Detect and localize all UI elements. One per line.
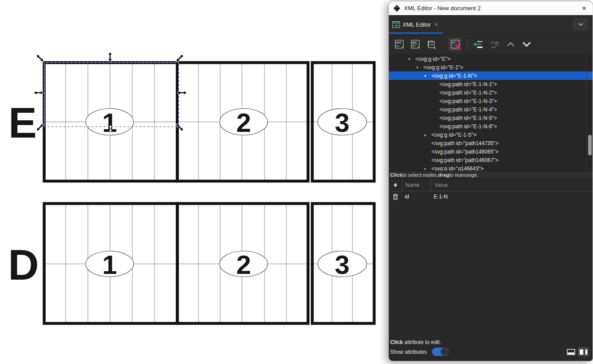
move-node-down-button[interactable] xyxy=(520,38,533,51)
delete-node-button[interactable]: <> xyxy=(448,38,462,51)
attributes-empty-area xyxy=(389,202,593,337)
expander-open-icon[interactable]: ▾ xyxy=(424,74,431,78)
attribute-hint: Click attribute to edit. xyxy=(390,339,589,345)
tab-list-dropdown-button[interactable] xyxy=(573,18,588,31)
tree-node-g-E-1[interactable]: ▾ <svg:g id="E-1"> xyxy=(389,63,593,71)
expander-open-icon[interactable]: ▾ xyxy=(416,65,423,70)
tree-node-path-144735[interactable]: <svg:path id="path144735"> xyxy=(389,139,593,147)
dialog-footer: Click attribute to edit. Show attributes xyxy=(389,337,593,361)
tree-scrollbar[interactable] xyxy=(586,55,593,170)
xml-node-tree: ▾ <svg:g id="E"> ▾ <svg:g id="E-1"> ▾ <s… xyxy=(389,55,593,171)
attribute-value-header: Value xyxy=(431,182,593,188)
inkscape-screen: 1 2 3 1 2 3 E D xyxy=(0,0,593,364)
row-d-cell-2-number: 2 xyxy=(236,250,251,280)
tree-node-g-E-1-N-selected[interactable]: ▾ <svg:g id="E-1-N"> xyxy=(389,71,593,80)
dialog-titlebar[interactable]: XML Editor - New document 2 × xyxy=(389,1,593,15)
selection-handle-n[interactable] xyxy=(108,52,112,62)
toolbar-separator xyxy=(467,39,467,50)
unindent-node-button[interactable] xyxy=(472,38,485,51)
xml-editor-tab-icon: <> xyxy=(392,21,400,28)
new-element-node-icon: xml <> + xyxy=(395,40,403,48)
row-d-cell-1-number: 1 xyxy=(102,250,117,280)
new-element-node-button[interactable]: xml <> + xyxy=(392,38,406,51)
inkscape-logo-icon xyxy=(393,5,400,12)
row-e-labels[interactable]: 1 2 3 xyxy=(86,108,367,138)
expander-closed-icon[interactable]: ▸ xyxy=(424,166,431,171)
tree-node-path-E-1-N-4[interactable]: <svg:path id="E-1-N-4"> xyxy=(389,105,593,114)
expander-closed-icon[interactable]: ▸ xyxy=(424,133,431,137)
attribute-name[interactable]: id xyxy=(402,194,430,200)
tree-node-g-146643[interactable]: ▸ <svg:g id="g146643"> xyxy=(389,164,593,171)
tree-node-path-E-1-N-5[interactable]: <svg:path id="E-1-N-5"> xyxy=(389,114,593,122)
delete-node-icon: <> xyxy=(451,40,459,48)
indent-node-icon xyxy=(490,40,499,48)
tree-node-path-146065[interactable]: <svg:path id="path146065"> xyxy=(389,147,593,156)
delete-attribute-button[interactable] xyxy=(389,194,402,200)
row-d-cell-3-number: 3 xyxy=(335,250,349,280)
tree-node-path-146067[interactable]: <svg:path id="path146067"> xyxy=(389,156,593,164)
chevron-down-icon xyxy=(522,42,531,47)
layout-rows-icon xyxy=(567,349,575,355)
dialog-tabbar: <> XML Editor × xyxy=(389,15,593,34)
attribute-row-id[interactable]: id E-1-N xyxy=(389,191,593,202)
new-text-node-button[interactable]: abc <> + xyxy=(408,38,422,51)
row-d-labels[interactable]: 1 2 3 xyxy=(86,250,367,280)
tab-xml-editor[interactable]: <> XML Editor × xyxy=(389,15,443,34)
tree-node-g-E[interactable]: ▾ <svg:g id="E"> xyxy=(389,55,593,63)
tree-scrollbar-thumb[interactable] xyxy=(588,135,592,155)
unindent-node-icon xyxy=(474,40,483,48)
tree-node-path-E-1-N-3[interactable]: <svg:path id="E-1-N-3"> xyxy=(389,97,593,105)
xml-editor-dialog: XML Editor - New document 2 × <> XML Edi… xyxy=(389,1,593,361)
tree-node-path-E-1-N-2[interactable]: <svg:path id="E-1-N-2"> xyxy=(389,88,593,97)
tree-node-g-E-1-S[interactable]: ▸ <svg:g id="E-1-S"> xyxy=(389,131,593,139)
toggle-knob xyxy=(440,348,449,356)
duplicate-node-icon: <> + xyxy=(426,40,436,49)
drawing-canvas[interactable]: 1 2 3 1 2 3 E D xyxy=(0,0,389,364)
layout-vertical-button[interactable] xyxy=(578,347,589,356)
new-text-node-icon: abc <> + xyxy=(411,40,419,48)
close-window-button[interactable]: × xyxy=(581,4,587,12)
attribute-name-header: Name xyxy=(403,179,431,191)
row-d-letter[interactable]: D xyxy=(8,241,39,289)
tree-node-path-E-1-N-6[interactable]: <svg:path id="E-1-N-6"> xyxy=(389,122,593,131)
row-e-cell-1-number: 1 xyxy=(102,108,117,138)
add-attribute-button[interactable]: + xyxy=(389,179,403,191)
duplicate-node-button[interactable]: <> + xyxy=(424,38,438,51)
chevron-up-icon xyxy=(507,42,514,47)
attribute-value[interactable]: E-1-N xyxy=(430,194,593,200)
selection-handle-nw[interactable] xyxy=(35,53,45,63)
tab-label: XML Editor xyxy=(403,21,431,28)
tree-hint-bar: Click to select nodes, drag to rearrange… xyxy=(389,171,593,179)
layout-columns-icon xyxy=(579,349,588,355)
show-attributes-toggle[interactable] xyxy=(431,347,449,356)
indent-node-button[interactable] xyxy=(488,38,501,51)
row-e-cell-3-number: 3 xyxy=(335,108,349,138)
move-node-up-button[interactable] xyxy=(504,38,517,51)
selection-handle-w[interactable] xyxy=(34,91,43,95)
tree-node-path-E-1-N-1[interactable]: <svg:path id="E-1-N-1"> xyxy=(389,80,593,88)
show-attributes-label: Show attributes xyxy=(390,349,427,355)
attributes-header: + Name Value xyxy=(389,179,593,191)
tab-close-icon[interactable]: × xyxy=(435,21,438,28)
chevron-down-icon xyxy=(578,23,584,26)
row-e-cell-2-number: 2 xyxy=(236,108,251,138)
row-e-letter[interactable]: E xyxy=(8,99,37,146)
trash-icon xyxy=(393,194,398,200)
expander-open-icon[interactable]: ▾ xyxy=(408,57,415,61)
xml-toolbar: xml <> + abc <> + <> + xyxy=(389,34,593,55)
layout-horizontal-button[interactable] xyxy=(565,347,577,356)
dialog-title: XML Editor - New document 2 xyxy=(404,5,581,12)
